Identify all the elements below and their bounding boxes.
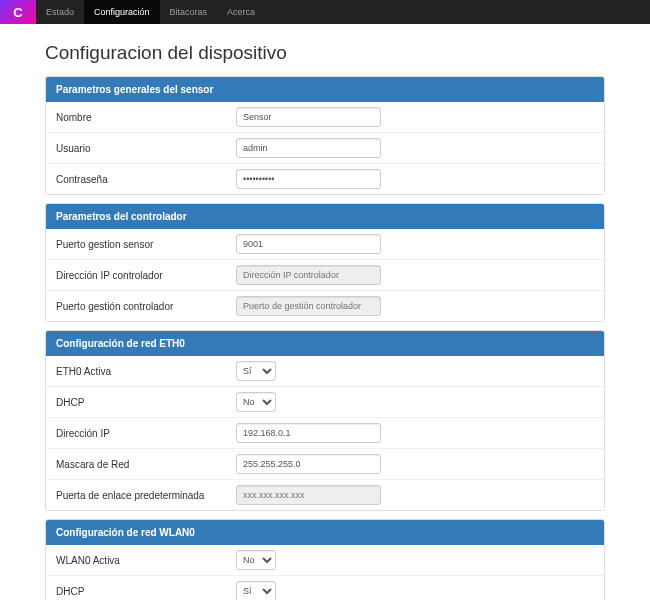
panel-wlan0: Configuración de red WLAN0 WLAN0 Activa …	[45, 519, 605, 600]
label-ip-controlador: Dirección IP controlador	[56, 270, 236, 281]
nav-estado[interactable]: Estado	[36, 0, 84, 24]
select-eth0-dhcp[interactable]: No	[236, 392, 276, 412]
select-wlan0-dhcp[interactable]: Sí	[236, 581, 276, 600]
input-eth0-mask[interactable]	[236, 454, 381, 474]
input-contrasena[interactable]	[236, 169, 381, 189]
brand-logo[interactable]: C	[0, 0, 36, 24]
label-eth0-ip: Dirección IP	[56, 428, 236, 439]
label-puerto-sensor: Puerto gestion sensor	[56, 239, 236, 250]
panel-wlan0-heading: Configuración de red WLAN0	[46, 520, 604, 545]
input-puerto-controlador[interactable]	[236, 296, 381, 316]
select-wlan0-activa[interactable]: No	[236, 550, 276, 570]
main-container: Configuracion del dispositivo Parametros…	[45, 24, 605, 600]
input-eth0-gw[interactable]	[236, 485, 381, 505]
select-eth0-activa[interactable]: Sí	[236, 361, 276, 381]
label-eth0-mask: Mascara de Red	[56, 459, 236, 470]
input-ip-controlador[interactable]	[236, 265, 381, 285]
label-puerto-controlador: Puerto gestión controlador	[56, 301, 236, 312]
label-nombre: Nombre	[56, 112, 236, 123]
input-usuario[interactable]	[236, 138, 381, 158]
panel-eth0: Configuración de red ETH0 ETH0 Activa Sí…	[45, 330, 605, 511]
input-eth0-ip[interactable]	[236, 423, 381, 443]
top-navbar: C Estado Configuración Bitacoras Acerca	[0, 0, 650, 24]
input-nombre[interactable]	[236, 107, 381, 127]
nav-acerca[interactable]: Acerca	[217, 0, 265, 24]
label-eth0-activa: ETH0 Activa	[56, 366, 236, 377]
panel-general-heading: Parametros generales del sensor	[46, 77, 604, 102]
nav-configuracion[interactable]: Configuración	[84, 0, 160, 24]
panel-general: Parametros generales del sensor Nombre U…	[45, 76, 605, 195]
label-wlan0-activa: WLAN0 Activa	[56, 555, 236, 566]
nav-bitacoras[interactable]: Bitacoras	[160, 0, 218, 24]
panel-controller: Parametros del controlador Puerto gestio…	[45, 203, 605, 322]
label-wlan0-dhcp: DHCP	[56, 586, 236, 597]
panel-controller-heading: Parametros del controlador	[46, 204, 604, 229]
label-usuario: Usuario	[56, 143, 236, 154]
panel-eth0-heading: Configuración de red ETH0	[46, 331, 604, 356]
label-contrasena: Contraseña	[56, 174, 236, 185]
page-title: Configuracion del dispositivo	[45, 42, 605, 64]
label-eth0-dhcp: DHCP	[56, 397, 236, 408]
input-puerto-sensor[interactable]	[236, 234, 381, 254]
label-eth0-gw: Puerta de enlace predeterminada	[56, 490, 236, 501]
